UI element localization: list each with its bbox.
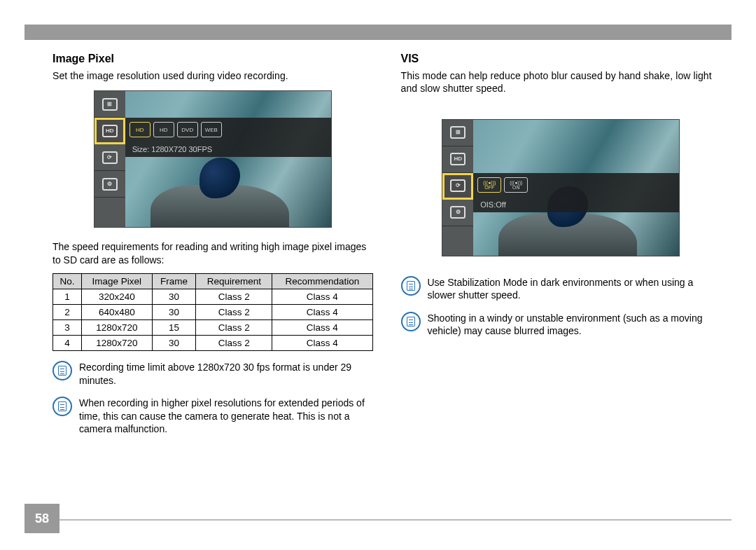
table-cell: Class 4 bbox=[272, 320, 372, 336]
table-row: 41280x72030Class 2Class 4 bbox=[53, 336, 373, 351]
th-no: No. bbox=[53, 274, 82, 289]
option-dvd[interactable]: DVD bbox=[177, 122, 198, 137]
table-cell: 1 bbox=[53, 289, 82, 305]
note-icon bbox=[52, 397, 72, 416]
header-bar bbox=[24, 25, 732, 40]
table-cell: 3 bbox=[53, 320, 82, 336]
table-row: 2640x48030Class 2Class 4 bbox=[53, 305, 373, 320]
table-cell: 30 bbox=[152, 336, 196, 351]
sidebar-item-hd[interactable]: HD bbox=[94, 118, 125, 144]
table-cell: Class 2 bbox=[196, 289, 272, 305]
table-cell: 320x240 bbox=[82, 289, 153, 305]
table-cell: 30 bbox=[152, 289, 196, 305]
table-cell: 1280x720 bbox=[82, 320, 153, 336]
right-column: VIS This mode can help reduce photo blur… bbox=[401, 53, 722, 529]
spec-table: No. Image Pixel Frame Requirement Recomm… bbox=[52, 273, 373, 351]
camera-screen-vis: ⊞ HD ⟳ ⚙ (((●)))OFF (((●)))ON OIS:Off bbox=[442, 119, 680, 256]
note-text: Recording time limit above 1280x720 30 f… bbox=[79, 361, 373, 387]
note-icon bbox=[401, 312, 421, 331]
table-cell: Class 4 bbox=[272, 289, 372, 305]
note-text: Shooting in a windy or unstable environm… bbox=[428, 312, 722, 338]
option-web[interactable]: WEB bbox=[201, 122, 222, 137]
table-cell: 2 bbox=[53, 305, 82, 320]
th-recommendation: Recommendation bbox=[272, 274, 372, 289]
note-row: Use Stabilization Mode in dark environme… bbox=[401, 276, 722, 302]
table-cell: 1280x720 bbox=[82, 336, 153, 351]
left-column: Image Pixel Set the image resolution use… bbox=[52, 53, 373, 529]
th-image-pixel: Image Pixel bbox=[82, 274, 153, 289]
menu-caption: Size: 1280X720 30FPS bbox=[125, 142, 331, 157]
table-cell: Class 4 bbox=[272, 305, 372, 320]
note-row: When recording in higher pixel resolutio… bbox=[52, 397, 373, 435]
th-frame: Frame bbox=[152, 274, 196, 289]
camera-screen-image-pixel: ⊞ HD ⟳ ⚙ HD HD DVD WEB Size: 1280X720 30… bbox=[94, 90, 332, 228]
sidebar-item-settings[interactable]: ⚙ bbox=[442, 200, 473, 226]
th-requirement: Requirement bbox=[196, 274, 272, 289]
table-cell: 4 bbox=[53, 336, 82, 351]
note-text: Use Stabilization Mode in dark environme… bbox=[428, 276, 722, 302]
option-hd1[interactable]: HD bbox=[130, 122, 150, 137]
table-cell: 30 bbox=[152, 305, 196, 320]
table-cell: 15 bbox=[152, 320, 196, 336]
note-row: Recording time limit above 1280x720 30 f… bbox=[52, 361, 373, 387]
note-text: When recording in higher pixel resolutio… bbox=[79, 397, 373, 435]
section-title-image-pixel: Image Pixel bbox=[52, 53, 373, 65]
sidebar-item-exposure[interactable]: ⊞ bbox=[442, 120, 473, 146]
footer-rule bbox=[24, 519, 732, 521]
table-row: 1320x24030Class 2Class 4 bbox=[53, 289, 373, 305]
sidebar-item-ois[interactable]: ⟳ bbox=[442, 173, 473, 200]
note-row: Shooting in a windy or unstable environm… bbox=[401, 312, 722, 338]
option-hd2[interactable]: HD bbox=[153, 122, 174, 137]
menu-sidebar: ⊞ HD ⟳ ⚙ bbox=[94, 91, 125, 227]
sidebar-item-ois[interactable]: ⟳ bbox=[94, 144, 125, 171]
menu-options-row: HD HD DVD WEB bbox=[125, 118, 331, 142]
option-ois-on[interactable]: (((●)))ON bbox=[504, 177, 528, 193]
sidebar-item-settings[interactable]: ⚙ bbox=[94, 171, 125, 198]
table-cell: Class 2 bbox=[196, 320, 272, 336]
menu-caption: OIS:Off bbox=[473, 197, 679, 212]
table-cell: Class 2 bbox=[196, 305, 272, 320]
section-desc-vis: This mode can help reduce photo blur cau… bbox=[401, 69, 722, 95]
table-head-row: No. Image Pixel Frame Requirement Recomm… bbox=[53, 274, 373, 289]
page-content: Image Pixel Set the image resolution use… bbox=[52, 53, 721, 529]
table-cell: 640x480 bbox=[82, 305, 153, 320]
note-icon bbox=[52, 361, 72, 380]
note-icon bbox=[401, 276, 421, 296]
section-title-vis: VIS bbox=[401, 53, 722, 65]
section-desc: Set the image resolution used during vid… bbox=[52, 69, 373, 82]
sidebar-item-exposure[interactable]: ⊞ bbox=[94, 91, 125, 118]
page-number: 58 bbox=[24, 504, 59, 533]
table-cell: Class 2 bbox=[196, 336, 272, 351]
menu-options-row: (((●)))OFF (((●)))ON bbox=[473, 173, 679, 197]
option-ois-off[interactable]: (((●)))OFF bbox=[477, 177, 501, 193]
sidebar-item-hd[interactable]: HD bbox=[442, 146, 473, 173]
table-row: 31280x72015Class 2Class 4 bbox=[53, 320, 373, 336]
table-cell: Class 4 bbox=[272, 336, 372, 351]
menu-sidebar: ⊞ HD ⟳ ⚙ bbox=[442, 120, 473, 256]
sd-card-desc: The speed requirements for reading and w… bbox=[52, 240, 373, 266]
